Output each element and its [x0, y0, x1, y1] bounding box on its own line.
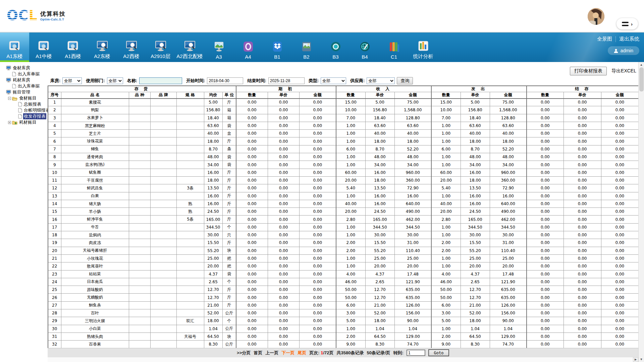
table-row[interactable]: 14猪大肠熟16.00斤0.000.000.0040.0016.00640.00…	[48, 200, 638, 207]
table-row[interactable]: 23姑姑菜4.37袋0.000.000.004.004.3717.484.004…	[48, 270, 638, 278]
tree-item-账目管理[interactable]: 账目管理	[2, 89, 48, 95]
nav-tab-B3[interactable]: B3	[321, 33, 350, 62]
table-row[interactable]: 24日本南瓜2.65个0.000.000.0046.002.65121.9046…	[48, 278, 638, 286]
nav-tab-A1西楼[interactable]: A1西楼	[58, 33, 88, 62]
nav-tab-B4[interactable]: B4	[350, 33, 379, 62]
last-page-link[interactable]: 尾页	[298, 350, 306, 356]
nav-tab-A2西楼[interactable]: A2西楼	[117, 33, 146, 62]
table-row[interactable]: 32百香果8.30公斤0.000.000.009.008.3074.709.00…	[48, 341, 638, 348]
tree-item-食材库房[interactable]: 食材库房	[2, 65, 48, 71]
nav-tab-A2东楼[interactable]: A2东楼	[88, 33, 117, 62]
table-cell: 0.00	[527, 137, 564, 145]
table-row[interactable]: 2鸭梨156.80箱0.000.000.0010.00156.801,568.0…	[48, 106, 638, 114]
end-date-input[interactable]	[268, 77, 305, 84]
goto-button[interactable]: Goto	[428, 349, 449, 356]
prev-page-link[interactable]: 上一页	[265, 350, 278, 356]
nav-tab-A4[interactable]: A4	[233, 33, 263, 62]
nav-tab-B1[interactable]: B1	[263, 33, 292, 62]
dept-select[interactable]: 全部	[107, 77, 123, 84]
nav-items: A1东楼 A1中楼 A1西楼 A2东楼 A2西楼 A2910层 A2西北配楼	[0, 33, 438, 62]
table-row[interactable]: 6珍珠花菜18.00斤0.000.000.001.0018.0018.001.0…	[48, 137, 638, 145]
table-cell: 0.00	[601, 216, 638, 223]
supplier-select[interactable]: 全部	[367, 77, 395, 84]
header-menu-button[interactable]: ›	[616, 18, 638, 29]
scrollbar-thumb[interactable]	[639, 67, 644, 92]
table-row[interactable]: 28百叶52.00公斤0.000.000.003.0052.00156.003.…	[48, 309, 638, 317]
table-row[interactable]: 15羊小肠熟24.50斤0.000.000.0020.0024.50490.00…	[48, 208, 638, 216]
table-cell: 0.00	[236, 153, 268, 161]
table-row[interactable]: 3水果萝卜18.40箱0.000.000.007.0018.40128.807.…	[48, 114, 638, 122]
table-row[interactable]: 5芝士片40.00盒0.000.000.001.0040.0040.001.00…	[48, 130, 638, 137]
table-row[interactable]: 22散尾葵叶20.00把0.000.000.001.0020.0020.001.…	[48, 262, 638, 270]
table-row[interactable]: 4黑芝麻糊粉63.60袋0.000.000.001.0063.6063.601.…	[48, 122, 638, 129]
scroll-right-arrow-icon[interactable]: ▶	[633, 357, 638, 362]
table-cell: 0.00	[268, 247, 299, 254]
tree-expander-icon[interactable]: −	[8, 97, 11, 100]
type-select[interactable]: 全部	[321, 77, 346, 84]
table-cell: 635.00	[394, 294, 431, 301]
column-header: 金额	[490, 92, 527, 99]
export-excel-link[interactable]: 导出EXCEL	[611, 68, 636, 74]
nav-tab-统计分析[interactable]: 统计分析	[409, 33, 438, 62]
panorama-link[interactable]: 全景图	[597, 36, 612, 42]
name-input[interactable]	[139, 77, 182, 84]
first-page-link[interactable]: 首页	[254, 350, 262, 356]
admin-user-button[interactable]: admin	[608, 46, 639, 55]
nav-tab-A2910层[interactable]: A2910层	[146, 33, 175, 62]
table-row[interactable]: 20天福号酱猪肝55.20块0.000.000.002.0055.20110.4…	[48, 247, 638, 254]
table-row[interactable]: 7鲫鱼8.70条0.000.000.006.008.7052.206.008.7…	[48, 145, 638, 153]
table-cell: 箱	[222, 114, 236, 122]
table-row[interactable]: 17牛舌344.50个0.000.000.001.00344.50344.501…	[48, 223, 638, 231]
tree-item-食材账目[interactable]: − 食材账目	[2, 96, 48, 101]
table-row[interactable]: 1素腰花5.00斤0.000.000.0015.005.0075.0015.00…	[48, 99, 638, 106]
table-row[interactable]: 30小白菜1.04公斤0.000.000.001.001.041.041.001…	[48, 325, 638, 333]
logout-link[interactable]: 退出系统	[619, 36, 639, 42]
table-row[interactable]: 26无糖酸奶12.70斤0.000.000.0050.0012.70635.00…	[48, 294, 638, 301]
tree-item-出入库单据[interactable]: 出入库单据	[2, 83, 48, 89]
tree-item-出入库单据[interactable]: 出入库单据	[2, 71, 48, 77]
table-row[interactable]: 13白果16.00斤0.000.000.001.0016.0016.001.00…	[48, 192, 638, 200]
table-cell: 猪大肠	[61, 200, 129, 207]
nav-tab-C1[interactable]: C1	[379, 33, 409, 62]
table-row[interactable]: 11干豆腐丝18.00斤0.000.000.0020.0018.00360.00…	[48, 176, 638, 184]
tree-item-总账报表[interactable]: 总账报表	[2, 102, 48, 107]
scroll-up-arrow-icon[interactable]: ▲	[639, 62, 644, 67]
user-avatar[interactable]	[588, 8, 604, 25]
table-row[interactable]: 19肉皮冻15.50斤0.000.000.002.0015.5031.002.0…	[48, 239, 638, 247]
tree-expander-icon[interactable]: +	[8, 121, 11, 124]
table-cell: 48.00	[394, 153, 431, 161]
search-button[interactable]: 查询	[397, 77, 413, 84]
start-date-input[interactable]	[207, 77, 243, 84]
table-cell	[150, 176, 176, 184]
tree-item-耗材账目[interactable]: + 耗材账目	[2, 120, 48, 125]
table-row[interactable]: 21小玫瑰花25.00把0.000.000.001.0025.0025.001.…	[48, 254, 638, 262]
nav-tab-A1中楼[interactable]: A1中楼	[29, 33, 58, 62]
table-row[interactable]: 31熟猪头肉天福号64.50块0.000.000.002.0064.50129.…	[48, 333, 638, 340]
table-cell: 0.00	[564, 106, 601, 114]
table-row[interactable]: 16鲜净平鱼5条165.00斤0.000.000.002.80165.00462…	[48, 216, 638, 223]
table-row[interactable]: 9盐水鸭(熟)34.00袋0.000.000.001.0034.0034.001…	[48, 161, 638, 169]
vertical-scrollbar[interactable]: ▲ ▼	[638, 62, 644, 362]
table-cell: 20.00	[204, 262, 222, 270]
table-row[interactable]: 10鱿鱼圈16.00斤0.000.000.0060.0016.00960.006…	[48, 169, 638, 176]
next-page-link[interactable]: 下一页	[281, 350, 294, 356]
tree-item-耗材库房[interactable]: 耗材库房	[2, 77, 48, 83]
table-row[interactable]: 8通脊烤肉48.00袋0.000.000.001.0048.0048.001.0…	[48, 153, 638, 161]
table-row[interactable]: 27鮰鱼杀21.00斤0.000.000.006.0021.00126.006.…	[48, 301, 638, 309]
tree-item-收发存报表[interactable]: 收发存报表	[2, 114, 48, 119]
table-row[interactable]: 25原味酸奶12.70斤0.000.000.0050.0012.70635.00…	[48, 286, 638, 294]
goto-page-input[interactable]	[407, 350, 425, 356]
scroll-down-arrow-icon[interactable]: ▼	[639, 357, 644, 362]
nav-tab-B2[interactable]: B2	[292, 33, 321, 62]
column-header: 单价	[365, 92, 394, 99]
nav-tab-A3[interactable]: A3	[204, 33, 233, 62]
folderopen-icon	[12, 96, 17, 101]
print-report-button[interactable]: 打印食材报表	[570, 67, 607, 75]
warehouse-select[interactable]: 全部	[62, 77, 82, 84]
tree-item-台帐明细报表[interactable]: 台帐明细报表	[2, 108, 48, 113]
nav-tab-A1东楼[interactable]: A1东楼	[0, 33, 29, 62]
table-row[interactable]: 29三明治火腿双汇18.00个0.000.000.005.0018.0090.0…	[48, 317, 638, 325]
table-row[interactable]: 12鲜武昌鱼3条13.50斤0.000.000.005.4013.5072.90…	[48, 184, 638, 192]
nav-tab-A2西北配楼[interactable]: A2西北配楼	[175, 33, 204, 62]
table-row[interactable]: 18盐焗鸡30.00只0.000.000.001.0030.0030.001.0…	[48, 231, 638, 239]
